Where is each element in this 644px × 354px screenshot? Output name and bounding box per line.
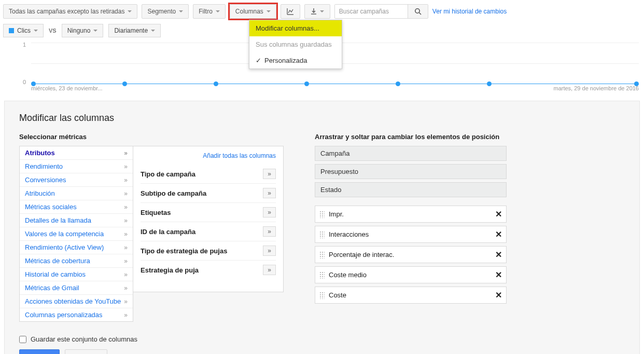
dropdown-custom[interactable]: ✓Personalizada [249,52,342,69]
metric-category-label: Columnas personalizadas [25,311,103,319]
draggable-column[interactable]: Coste medio✕ [315,266,507,283]
add-column-button[interactable]: » [263,169,276,179]
draggable-column[interactable]: Coste✕ [315,287,507,304]
add-all-columns-link[interactable]: Añadir todas las columnas [203,152,276,159]
add-column-button[interactable]: » [263,226,276,237]
save-column-set-checkbox[interactable]: Guardar este conjunto de columnas [19,335,625,343]
chevron-right-icon: » [124,284,128,292]
drag-handle-icon[interactable] [319,271,325,279]
search-input[interactable] [335,5,408,18]
chevron-right-icon: » [124,271,128,278]
available-column-row: Estrategia de puja» [141,260,276,279]
column-name: Estrategia de puja [141,266,199,274]
segment-label: Segmento [147,8,176,15]
metric-category-label: Atribución [25,189,55,197]
dropdown-saved-columns: Sus columnas guardadas [249,36,342,52]
metric-category-item[interactable]: Métricas de cobertura» [20,254,133,268]
metric-category-item[interactable]: Acciones obtenidas de YouTube» [20,295,133,308]
campaigns-filter-dropdown[interactable]: Todas las campañas excepto las retiradas [3,4,137,19]
metric-category-label: Detalles de la llamada [25,216,91,224]
chart-metric-label: Clics [17,27,31,34]
chart-point [31,81,36,86]
columns-dropdown-menu: Modificar columnas... Sus columnas guard… [249,20,342,69]
metric-category-item[interactable]: Atribución» [20,187,133,200]
chart-compare-dropdown[interactable]: Ninguno [62,24,104,37]
remove-column-button[interactable]: ✕ [495,229,502,239]
y-tick-1: 1 [23,42,26,48]
drag-handle-icon[interactable] [319,292,325,299]
search-button[interactable] [408,5,428,18]
metric-category-item[interactable]: Rendimiento» [20,160,133,173]
column-name: ID de la campaña [141,228,195,236]
dropdown-custom-label: Personalizada [264,57,307,64]
filter-dropdown[interactable]: Filtro [193,4,226,19]
chart-compare-label: Ninguno [67,27,91,34]
caret-down-icon [128,10,132,12]
column-name: Etiquetas [141,209,171,216]
chevron-right-icon: » [124,163,128,170]
drag-drop-heading: Arrastrar y soltar para cambiar los elem… [315,133,507,141]
chart-point [214,81,218,86]
metric-category-item[interactable]: Valores de la competencia» [20,227,133,241]
remove-column-button[interactable]: ✕ [495,209,502,219]
columns-dropdown[interactable]: Columnas [230,4,276,19]
search-icon [414,8,422,15]
drag-handle-icon[interactable] [319,211,325,218]
check-icon: ✓ [256,57,261,64]
column-name: Porcentaje de interac. [329,251,394,258]
metric-category-label: Valores de la competencia [25,230,104,238]
caret-down-icon [151,30,155,32]
metric-category-item[interactable]: Conversiones» [20,173,133,187]
caret-down-icon [320,10,324,12]
cancel-button[interactable]: Cancelar [65,349,107,354]
chevron-right-icon: » [124,311,128,319]
column-name: Coste medio [329,271,367,279]
history-link[interactable]: Ver mi historial de cambios [432,8,507,15]
metric-category-item[interactable]: Métricas de Gmail» [20,281,133,295]
chart-type-button[interactable] [281,4,300,19]
chart-metric-dropdown[interactable]: Clics [3,24,44,37]
chart-point [634,81,639,86]
metric-category-item[interactable]: Métricas sociales» [20,200,133,214]
column-name: Coste [329,291,346,299]
svg-point-0 [415,9,419,13]
apply-button[interactable]: Aplicar [19,349,60,354]
download-icon [311,8,317,15]
metric-category-item[interactable]: Historial de cambios» [20,268,133,281]
download-button[interactable] [304,4,330,19]
save-column-set-input[interactable] [19,336,26,343]
remove-column-button[interactable]: ✕ [495,270,502,280]
draggable-column[interactable]: Porcentaje de interac.✕ [315,246,507,263]
x-end-label: martes, 29 de noviembre de 2016 [554,85,639,91]
metric-category-item[interactable]: Detalles de la llamada» [20,214,133,227]
column-name: Subtipo de campaña [141,189,206,197]
locked-column: Estado [315,182,507,197]
available-column-row: ID de la campaña» [141,222,276,241]
segment-dropdown[interactable]: Segmento [142,4,189,19]
dropdown-modify-columns[interactable]: Modificar columnas... [249,20,342,36]
add-column-button[interactable]: » [263,265,276,275]
remove-column-button[interactable]: ✕ [495,250,502,260]
draggable-column[interactable]: Impr.✕ [315,206,507,223]
metric-category-item[interactable]: Columnas personalizadas» [20,308,133,321]
chart-point [122,81,127,86]
drag-handle-icon[interactable] [319,251,325,258]
metric-category-item[interactable]: Rendimiento (Active View)» [20,241,133,254]
add-column-button[interactable]: » [263,246,276,256]
column-name: Interacciones [329,230,369,238]
chevron-right-icon: » [124,190,128,197]
metric-category-label: Rendimiento (Active View) [25,243,104,251]
metric-category-label: Métricas de cobertura [25,257,90,265]
metric-category-item[interactable]: Atributos» [20,146,133,160]
chart-interval-dropdown[interactable]: Diariamente [108,24,161,37]
chevron-right-icon: » [124,257,128,265]
metric-category-list: Atributos»Rendimiento»Conversiones»Atrib… [19,146,133,322]
add-column-button[interactable]: » [263,207,276,217]
drag-handle-icon[interactable] [319,231,325,238]
draggable-column[interactable]: Interacciones✕ [315,226,507,243]
add-column-button[interactable]: » [263,188,276,198]
available-columns: Añadir todas las columnas Tipo de campañ… [133,146,284,292]
filter-label: Filtro [199,8,213,15]
remove-column-button[interactable]: ✕ [495,290,502,300]
caret-down-icon [179,10,183,12]
